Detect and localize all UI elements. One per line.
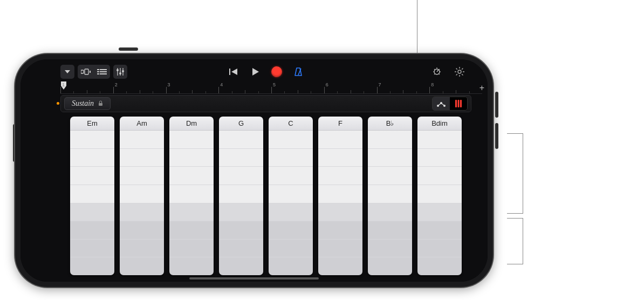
strip-segment[interactable] xyxy=(219,221,263,240)
strip-segment[interactable] xyxy=(169,185,214,203)
strip-segment[interactable] xyxy=(169,221,214,240)
my-songs-button[interactable] xyxy=(60,65,74,79)
strip-segment[interactable] xyxy=(120,185,164,203)
ruler-bar[interactable]: 3 xyxy=(166,82,219,93)
chord-strip[interactable]: B♭ xyxy=(368,117,412,275)
strip-segment[interactable] xyxy=(120,221,164,240)
strip-segment[interactable] xyxy=(269,149,313,167)
strip-segment[interactable] xyxy=(269,131,313,149)
strip-segment[interactable] xyxy=(417,257,462,275)
strip-segment[interactable] xyxy=(318,167,362,185)
chord-strip-body[interactable] xyxy=(269,131,313,275)
strip-segment[interactable] xyxy=(417,149,462,167)
ruler-bar[interactable]: 6 xyxy=(324,82,377,93)
chord-strip[interactable]: C xyxy=(269,117,313,275)
ruler-bar[interactable]: 4 xyxy=(218,82,271,93)
strip-segment[interactable] xyxy=(368,185,412,203)
strip-segment[interactable] xyxy=(169,167,214,185)
timeline-ruler[interactable]: 12345678+ xyxy=(60,82,482,94)
strip-segment[interactable] xyxy=(417,167,462,185)
strip-segment[interactable] xyxy=(70,149,114,167)
strip-segment[interactable] xyxy=(120,257,164,275)
ruler-bar[interactable]: 8 xyxy=(429,82,482,93)
chord-strip-body[interactable] xyxy=(169,131,214,275)
strip-segment[interactable] xyxy=(269,240,313,258)
strip-segment[interactable] xyxy=(120,149,164,167)
chord-strip-body[interactable] xyxy=(120,131,164,275)
strip-segment[interactable] xyxy=(219,185,263,203)
play-button[interactable] xyxy=(248,65,262,79)
strip-segment[interactable] xyxy=(269,221,313,240)
strip-segment[interactable] xyxy=(318,240,362,258)
chord-strips-view-button[interactable] xyxy=(450,97,467,110)
strip-segment[interactable] xyxy=(318,221,362,240)
browser-button[interactable] xyxy=(78,65,94,79)
home-indicator[interactable] xyxy=(189,277,319,279)
song-settings-button[interactable] xyxy=(453,65,466,78)
strip-segment[interactable] xyxy=(318,203,362,222)
strip-segment[interactable] xyxy=(368,203,412,222)
strip-segment[interactable] xyxy=(70,221,114,240)
strip-segment[interactable] xyxy=(269,167,313,185)
strip-segment[interactable] xyxy=(368,131,412,149)
chord-strip[interactable]: G xyxy=(219,117,263,275)
strip-segment[interactable] xyxy=(120,240,164,258)
strip-segment[interactable] xyxy=(169,240,214,258)
strip-segment[interactable] xyxy=(318,149,362,167)
chord-strip[interactable]: Bdim xyxy=(417,117,462,275)
ruler-bar[interactable]: 5 xyxy=(271,82,324,93)
add-section-button[interactable]: + xyxy=(479,83,484,93)
strip-segment[interactable] xyxy=(169,257,214,275)
strip-segment[interactable] xyxy=(269,203,313,222)
strip-segment[interactable] xyxy=(417,203,462,222)
tracks-view-button[interactable] xyxy=(94,65,110,79)
strip-segment[interactable] xyxy=(368,240,412,258)
chord-strip[interactable]: F xyxy=(318,117,362,275)
chord-strip[interactable]: Am xyxy=(120,117,164,275)
strip-segment[interactable] xyxy=(368,149,412,167)
strip-segment[interactable] xyxy=(318,131,362,149)
chord-strip[interactable]: Em xyxy=(70,117,114,275)
strip-segment[interactable] xyxy=(417,221,462,240)
strip-segment[interactable] xyxy=(169,203,214,222)
strip-segment[interactable] xyxy=(269,257,313,275)
strip-segment[interactable] xyxy=(219,131,263,149)
chord-strip-body[interactable] xyxy=(368,131,412,275)
strip-segment[interactable] xyxy=(219,203,263,222)
strip-segment[interactable] xyxy=(169,149,214,167)
sustain-toggle[interactable]: Sustain xyxy=(64,97,111,110)
strip-segment[interactable] xyxy=(219,149,263,167)
ruler-bar[interactable]: 2 xyxy=(113,82,166,93)
strip-segment[interactable] xyxy=(169,131,214,149)
strip-segment[interactable] xyxy=(70,203,114,222)
strip-segment[interactable] xyxy=(417,185,462,203)
track-controls-button[interactable] xyxy=(113,65,127,79)
strip-segment[interactable] xyxy=(219,167,263,185)
strip-segment[interactable] xyxy=(70,167,114,185)
chord-strip-body[interactable] xyxy=(417,131,462,275)
chord-strip-body[interactable] xyxy=(70,131,114,275)
strip-segment[interactable] xyxy=(70,185,114,203)
strip-segment[interactable] xyxy=(70,240,114,258)
rewind-button[interactable] xyxy=(227,65,241,79)
chord-strip-body[interactable] xyxy=(318,131,362,275)
strip-segment[interactable] xyxy=(219,257,263,275)
strip-segment[interactable] xyxy=(70,131,114,149)
chord-strip-body[interactable] xyxy=(219,131,263,275)
metronome-button[interactable] xyxy=(291,65,305,79)
strip-segment[interactable] xyxy=(70,257,114,275)
strip-segment[interactable] xyxy=(120,131,164,149)
strip-segment[interactable] xyxy=(219,240,263,258)
strip-segment[interactable] xyxy=(368,257,412,275)
chord-strip[interactable]: Dm xyxy=(169,117,214,275)
strip-segment[interactable] xyxy=(368,221,412,240)
record-button[interactable] xyxy=(270,65,284,79)
strip-segment[interactable] xyxy=(368,167,412,185)
strip-segment[interactable] xyxy=(120,203,164,222)
strip-segment[interactable] xyxy=(417,240,462,258)
strip-segment[interactable] xyxy=(318,185,362,203)
strip-segment[interactable] xyxy=(269,185,313,203)
instrument-controls-button[interactable] xyxy=(430,65,443,78)
autoplay-view-button[interactable] xyxy=(433,97,450,110)
strip-segment[interactable] xyxy=(417,131,462,149)
